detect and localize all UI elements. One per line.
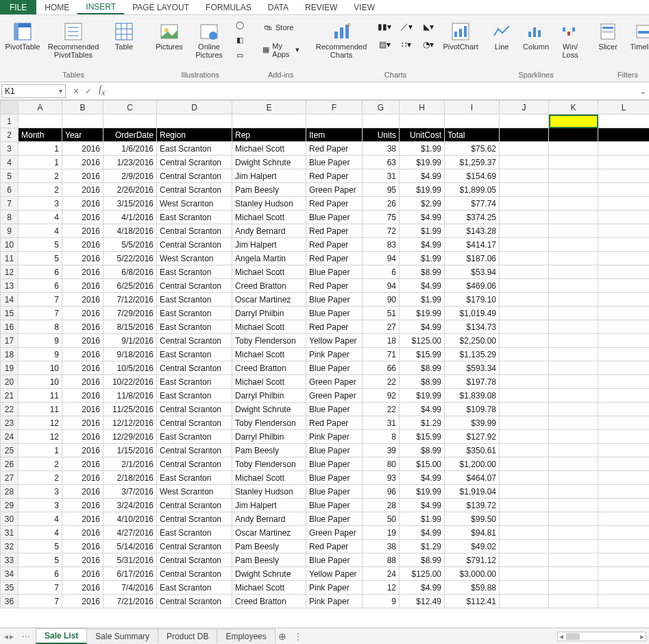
cell[interactable]: 94 xyxy=(363,252,400,265)
cell[interactable]: Michael Scott xyxy=(232,142,306,156)
cell[interactable] xyxy=(549,156,598,169)
cell[interactable]: 22 xyxy=(363,403,400,416)
cell[interactable]: $75.62 xyxy=(445,142,500,156)
cell[interactable]: East Scranton xyxy=(157,526,232,540)
formula-bar-expand-icon[interactable]: ⌄ xyxy=(637,86,649,96)
cell[interactable]: Michael Scott xyxy=(232,265,306,279)
cell[interactable]: $4.99 xyxy=(400,238,445,252)
cell[interactable]: 4/27/2016 xyxy=(103,526,157,540)
cell[interactable]: $2.99 xyxy=(400,197,445,211)
cell[interactable]: East Scranton xyxy=(157,471,232,485)
shapes-button[interactable]: ◯ xyxy=(230,18,249,32)
cell[interactable]: 31 xyxy=(363,169,400,183)
cell[interactable]: Blue Paper xyxy=(306,307,363,320)
column-header-I[interactable]: I xyxy=(445,101,500,115)
scrollbar-thumb[interactable] xyxy=(566,633,580,640)
cell[interactable]: 95 xyxy=(363,183,400,197)
cell[interactable]: $127.92 xyxy=(445,430,500,444)
table-header-cell[interactable]: OrderDate xyxy=(103,128,157,142)
new-sheet-button[interactable]: ⊕ xyxy=(275,631,290,642)
sparkline-line-button[interactable]: Line xyxy=(487,18,516,51)
cell[interactable]: 1 xyxy=(19,156,62,169)
cell[interactable]: Central Scranton xyxy=(157,567,232,581)
cell[interactable]: 38 xyxy=(363,540,400,553)
row-header[interactable]: 32 xyxy=(1,540,19,553)
cell[interactable]: 3/7/2016 xyxy=(103,485,157,499)
cell[interactable]: 2016 xyxy=(62,169,103,183)
cell[interactable]: $1,899.05 xyxy=(445,183,500,197)
cell[interactable]: 4 xyxy=(19,224,62,238)
cell[interactable] xyxy=(598,457,650,471)
cell[interactable]: Oscar Martinez xyxy=(232,293,306,307)
cell[interactable] xyxy=(500,595,549,608)
cell[interactable]: 11 xyxy=(19,403,62,416)
pivotchart-button[interactable]: PivotChart xyxy=(442,18,479,51)
cell[interactable]: 2 xyxy=(19,471,62,485)
row-header[interactable]: 3 xyxy=(1,142,19,156)
cell[interactable]: $1.99 xyxy=(400,224,445,238)
cell[interactable]: Central Scranton xyxy=(157,156,232,169)
cell[interactable]: 2016 xyxy=(62,320,103,334)
row-header[interactable]: 9 xyxy=(1,224,19,238)
cell[interactable] xyxy=(500,334,549,348)
cell[interactable]: $350.61 xyxy=(445,444,500,457)
sheet-split-icon[interactable]: ⋮ xyxy=(290,632,308,641)
cell[interactable] xyxy=(500,128,549,142)
cell[interactable]: Central Scranton xyxy=(157,403,232,416)
row-header[interactable]: 14 xyxy=(1,293,19,307)
cell[interactable] xyxy=(598,320,650,334)
cell[interactable]: $1.99 xyxy=(400,142,445,156)
cell[interactable] xyxy=(500,499,549,512)
cell[interactable]: $1,259.37 xyxy=(445,156,500,169)
cell[interactable]: $12.49 xyxy=(400,595,445,608)
online-pictures-button[interactable]: Online Pictures xyxy=(191,18,228,59)
row-header[interactable]: 28 xyxy=(1,485,19,499)
cell[interactable]: Blue Paper xyxy=(306,156,363,169)
row-header[interactable]: 20 xyxy=(1,375,19,389)
cell[interactable] xyxy=(598,553,650,567)
cell[interactable] xyxy=(549,224,598,238)
cell[interactable]: 9/1/2016 xyxy=(103,334,157,348)
cell[interactable] xyxy=(500,430,549,444)
row-header[interactable]: 31 xyxy=(1,526,19,540)
cell[interactable]: Jim Halpert xyxy=(232,499,306,512)
cell[interactable] xyxy=(500,265,549,279)
cell[interactable]: Pink Paper xyxy=(306,595,363,608)
cell[interactable]: Michael Scott xyxy=(232,320,306,334)
cell[interactable]: $1,019.49 xyxy=(445,307,500,320)
cell[interactable] xyxy=(549,389,598,403)
cell[interactable]: $4.99 xyxy=(400,499,445,512)
cell[interactable]: 3/24/2016 xyxy=(103,499,157,512)
cell[interactable] xyxy=(598,389,650,403)
cell[interactable]: Stanley Hudson xyxy=(232,485,306,499)
row-header[interactable]: 15 xyxy=(1,307,19,320)
cell[interactable]: $125.00 xyxy=(400,334,445,348)
cell[interactable]: 2016 xyxy=(62,540,103,553)
cell[interactable]: East Scranton xyxy=(157,142,232,156)
cell[interactable]: 2016 xyxy=(62,156,103,169)
select-all-corner[interactable] xyxy=(1,101,19,115)
cell[interactable]: 71 xyxy=(363,348,400,361)
cell[interactable]: $154.69 xyxy=(445,169,500,183)
cell[interactable]: 93 xyxy=(363,471,400,485)
row-header[interactable]: 30 xyxy=(1,512,19,526)
cell[interactable]: 2016 xyxy=(62,375,103,389)
cell[interactable]: Blue Paper xyxy=(306,265,363,279)
cell[interactable] xyxy=(598,252,650,265)
cell[interactable]: $791.12 xyxy=(445,553,500,567)
cell[interactable] xyxy=(598,512,650,526)
cell[interactable]: $4.99 xyxy=(400,169,445,183)
cell[interactable] xyxy=(19,115,62,128)
cell[interactable]: West Scranton xyxy=(157,197,232,211)
cancel-formula-icon[interactable]: ✕ xyxy=(73,86,79,96)
cell[interactable] xyxy=(549,320,598,334)
tab-page-layout[interactable]: PAGE LAYOUT xyxy=(124,0,197,14)
myapps-button[interactable]: ▦My Apps ▾ xyxy=(258,40,304,60)
cell[interactable]: 2016 xyxy=(62,334,103,348)
cell[interactable] xyxy=(500,581,549,595)
cell[interactable] xyxy=(598,334,650,348)
formula-input[interactable] xyxy=(108,84,637,98)
scroll-right-icon[interactable]: ▸ xyxy=(639,632,646,641)
tab-view[interactable]: VIEW xyxy=(345,0,383,14)
row-header[interactable]: 12 xyxy=(1,265,19,279)
